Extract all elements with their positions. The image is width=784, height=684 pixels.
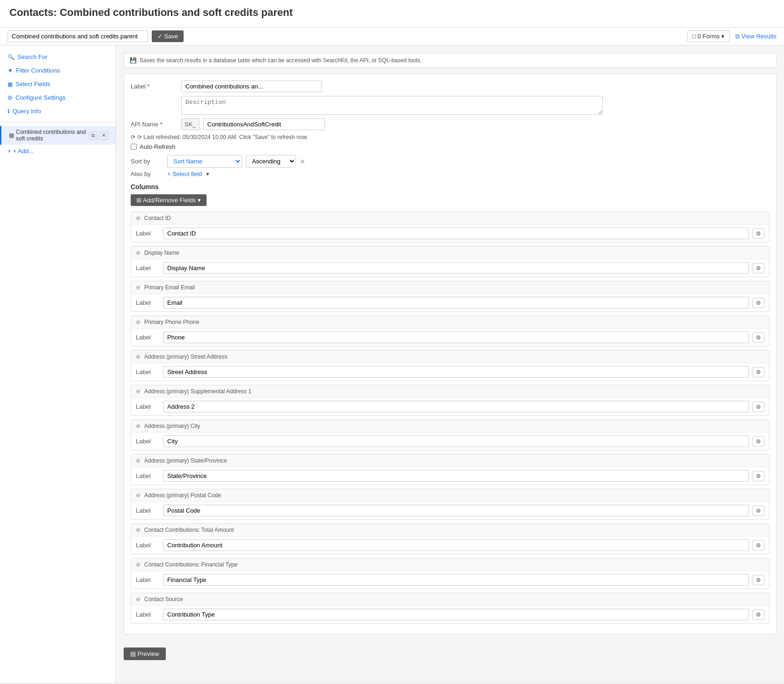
api-name-input[interactable]	[203, 118, 325, 130]
field-gear-button-8[interactable]: ⚙	[753, 506, 764, 516]
drag-handle-5[interactable]: ⊕	[136, 388, 141, 395]
field-gear-button-1[interactable]: ⚙	[753, 263, 764, 273]
add-remove-fields-button[interactable]: ⊞ Add/Remove Fields ▾	[131, 194, 207, 206]
field-block: ⊕ Primary Phone Phone Label ⚙	[131, 316, 769, 346]
description-row: label	[131, 96, 769, 115]
sidebar-item-search-for[interactable]: 🔍 Search For	[0, 50, 116, 64]
sidebar-item-select-fields[interactable]: ▦ Select Fields	[0, 77, 116, 91]
field-gear-button-5[interactable]: ⚙	[753, 402, 764, 412]
field-input-5[interactable]	[163, 401, 749, 412]
field-input-2[interactable]	[163, 297, 749, 309]
field-header-text-8: Address (primary) Postal Code	[144, 492, 221, 499]
api-name-label: API Name *	[131, 121, 178, 128]
info-icon-db: 💾	[130, 57, 137, 64]
field-label-0: Label	[136, 230, 159, 237]
label-input[interactable]	[181, 81, 322, 92]
sort-by-row: Sort by Sort Name Ascending Descending ✕	[131, 155, 769, 168]
field-header-text-0: Contact ID	[144, 215, 171, 221]
field-block: ⊕ Address (primary) Postal Code Label ⚙	[131, 489, 769, 520]
sort-field-select[interactable]: Sort Name	[167, 155, 242, 168]
search-icon: 🔍	[7, 54, 15, 60]
drag-handle-3[interactable]: ⊕	[136, 319, 141, 325]
add-icon: +	[7, 147, 11, 154]
field-header-2: ⊕ Primary Email Email	[131, 281, 769, 294]
field-input-10[interactable]	[163, 574, 749, 586]
add-button-label: + Add...	[13, 147, 34, 154]
field-block: ⊕ Primary Email Email Label ⚙	[131, 281, 769, 312]
drag-handle-8[interactable]: ⊕	[136, 492, 141, 499]
field-body-7: Label ⚙	[131, 467, 769, 485]
field-body-2: Label ⚙	[131, 294, 769, 311]
field-block: ⊕ Address (primary) City Label ⚙	[131, 419, 769, 450]
field-input-9[interactable]	[163, 539, 749, 551]
sidebar-delete-button[interactable]: ✕	[99, 132, 108, 140]
refresh-icon: ⟳	[131, 134, 135, 140]
field-header-text-2: Primary Email Email	[144, 284, 195, 291]
field-input-4[interactable]	[163, 366, 749, 378]
field-input-8[interactable]	[163, 505, 749, 516]
field-label-7: Label	[136, 472, 159, 479]
field-gear-button-11[interactable]: ⚙	[753, 610, 764, 620]
drag-handle-11[interactable]: ⊕	[136, 596, 141, 603]
field-input-0[interactable]	[163, 228, 749, 239]
drag-handle-0[interactable]: ⊕	[136, 215, 141, 221]
field-input-3[interactable]	[163, 331, 749, 343]
drag-handle-2[interactable]: ⊕	[136, 284, 141, 291]
drag-handle-1[interactable]: ⊕	[136, 250, 141, 256]
field-input-6[interactable]	[163, 435, 749, 447]
settings-icon: ⚙	[7, 95, 13, 101]
drag-handle-6[interactable]: ⊕	[136, 423, 141, 429]
add-button[interactable]: + + Add...	[0, 145, 116, 157]
field-body-6: Label ⚙	[131, 433, 769, 450]
select-field-button[interactable]: + Select field	[167, 170, 202, 177]
field-gear-button-7[interactable]: ⚙	[753, 471, 764, 481]
forms-button[interactable]: □ 0 Forms ▾	[687, 30, 730, 42]
field-block: ⊕ Address (primary) Street Address Label…	[131, 350, 769, 381]
field-header-11: ⊕ Contact Source	[131, 593, 769, 606]
sort-by-label: Sort by	[131, 158, 163, 165]
form-section: Label * label API Name * SK_ ⟳ ⟳ Last re…	[124, 74, 777, 634]
field-header-10: ⊕ Contact Contributions: Financial Type	[131, 559, 769, 571]
field-header-text-1: Display Name	[144, 250, 179, 256]
refresh-text: ⟳ Last refreshed: 05/30/2024 10:00 AM. C…	[137, 134, 308, 140]
field-header-4: ⊕ Address (primary) Street Address	[131, 351, 769, 363]
field-label-4: Label	[136, 368, 159, 375]
info-bar-text: Saves the search results in a database t…	[140, 57, 422, 64]
field-input-1[interactable]	[163, 262, 749, 274]
sidebar-copy-button[interactable]: ⧉	[89, 132, 97, 140]
field-body-5: Label ⚙	[131, 398, 769, 415]
sort-direction-select[interactable]: Ascending Descending	[246, 155, 296, 168]
drag-handle-7[interactable]: ⊕	[136, 457, 141, 464]
field-input-11[interactable]	[163, 609, 749, 620]
description-textarea[interactable]	[181, 96, 603, 115]
sidebar-item-query-info[interactable]: ℹ Query Info	[0, 104, 116, 118]
save-button[interactable]: ✓ Save	[152, 30, 184, 42]
drag-handle-9[interactable]: ⊕	[136, 527, 141, 533]
field-gear-button-2[interactable]: ⚙	[753, 298, 764, 308]
drag-handle-4[interactable]: ⊕	[136, 353, 141, 360]
field-input-7[interactable]	[163, 470, 749, 482]
label-row: Label *	[131, 81, 769, 92]
sidebar-item-configure-settings[interactable]: ⚙ Configure Settings	[0, 91, 116, 104]
field-gear-button-3[interactable]: ⚙	[753, 332, 764, 343]
field-body-0: Label ⚙	[131, 225, 769, 242]
field-label-3: Label	[136, 334, 159, 341]
top-bar-right: □ 0 Forms ▾ ⧉ View Results	[687, 30, 777, 42]
preview-button[interactable]: ▤ Preview	[124, 647, 166, 660]
field-header-text-11: Contact Source	[144, 596, 183, 603]
sort-clear-button[interactable]: ✕	[300, 158, 305, 165]
drag-handle-10[interactable]: ⊕	[136, 561, 141, 568]
field-gear-button-10[interactable]: ⚙	[753, 575, 764, 585]
field-gear-button-9[interactable]: ⚙	[753, 540, 764, 551]
field-gear-button-4[interactable]: ⚙	[753, 367, 764, 377]
field-header-text-5: Address (primary) Supplemental Address 1	[144, 388, 251, 395]
sidebar-item-filter-conditions[interactable]: ▼ Filter Conditions	[0, 64, 116, 77]
field-gear-button-0[interactable]: ⚙	[753, 228, 764, 239]
field-gear-button-6[interactable]: ⚙	[753, 436, 764, 447]
search-name-input[interactable]	[7, 30, 148, 42]
field-label-9: Label	[136, 542, 159, 549]
columns-section: Columns ⊞ Add/Remove Fields ▾ ⊕ Contact …	[131, 183, 769, 624]
field-block: ⊕ Address (primary) Supplemental Address…	[131, 385, 769, 416]
view-results-link[interactable]: ⧉ View Results	[735, 33, 777, 40]
auto-refresh-checkbox[interactable]	[131, 144, 137, 150]
